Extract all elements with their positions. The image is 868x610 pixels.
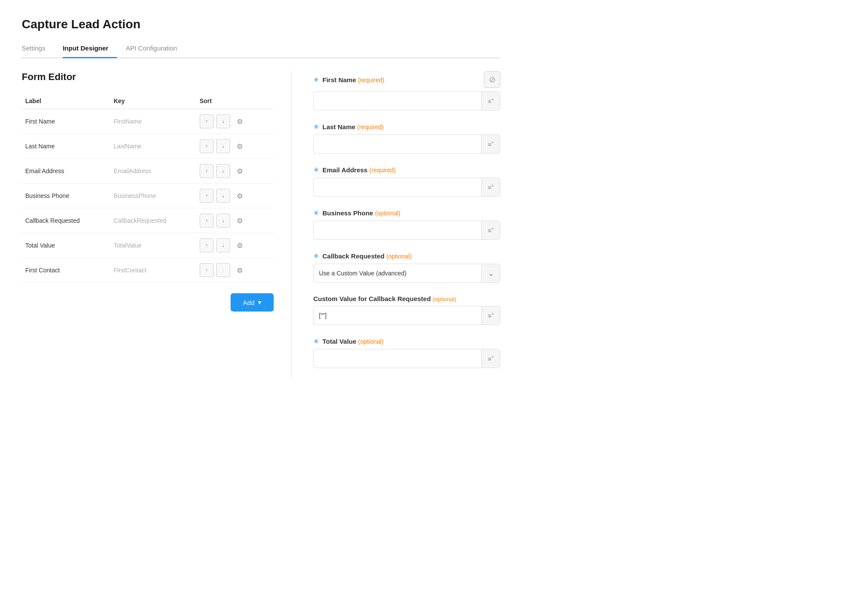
list-add-button[interactable]: ≡+ xyxy=(481,349,500,368)
field-key-cell: LastName xyxy=(110,134,196,159)
field-header: ✳Total Value (optional) xyxy=(313,337,500,345)
field-label-cell: Last Name xyxy=(22,134,110,159)
sort-up-button[interactable]: ↑ xyxy=(200,263,214,277)
field-key-cell: EmailAddress xyxy=(110,159,196,184)
settings-button[interactable]: ⚙ xyxy=(233,263,247,277)
sort-up-button[interactable]: ↑ xyxy=(200,114,214,128)
gear-icon: ⚙ xyxy=(237,192,243,200)
eye-toggle-button[interactable]: ⊘ xyxy=(484,71,500,88)
table-row: Callback RequestedCallbackRequested↑↓⚙ xyxy=(22,208,274,233)
sort-down-button[interactable]: ↓ xyxy=(216,114,230,128)
down-arrow-icon: ↓ xyxy=(222,218,225,224)
field-header-left: ✳First Name (required) xyxy=(313,76,384,84)
field-label-cell: First Name xyxy=(22,109,110,134)
preview-field-name: Email Address (required) xyxy=(322,166,396,174)
field-status: (required) xyxy=(369,167,396,174)
sort-up-button[interactable]: ↑ xyxy=(200,238,214,252)
sort-up-button[interactable]: ↑ xyxy=(200,139,214,153)
sort-up-button[interactable]: ↑ xyxy=(200,189,214,203)
sort-controls: ↑↓⚙ xyxy=(200,263,270,277)
field-sort-cell: ↑↓⚙ xyxy=(196,258,274,283)
field-status: (required) xyxy=(357,124,384,131)
sort-down-button[interactable]: ↓ xyxy=(216,164,230,178)
up-arrow-icon: ↑ xyxy=(205,242,208,248)
input-email-address[interactable] xyxy=(313,178,481,197)
tab-input-designer[interactable]: Input Designer xyxy=(63,40,117,58)
field-sort-cell: ↑↓⚙ xyxy=(196,184,274,208)
field-header: ✳Callback Requested (optional) xyxy=(313,252,500,260)
field-header: ✳Last Name (required) xyxy=(313,123,500,131)
field-header-left: ✳Last Name (required) xyxy=(313,123,384,131)
down-arrow-icon: ↓ xyxy=(222,168,225,174)
form-table: Label Key Sort First NameFirstName↑↓⚙Las… xyxy=(22,93,274,283)
input-business-phone[interactable] xyxy=(313,221,481,240)
field-key-cell: CallbackRequested xyxy=(110,208,196,233)
table-row: First NameFirstName↑↓⚙ xyxy=(22,109,274,134)
sort-down-button[interactable]: ↓ xyxy=(216,139,230,153)
add-button[interactable]: Add ▾ xyxy=(231,293,274,312)
sort-down-button[interactable]: ↓ xyxy=(216,263,230,277)
field-header-left: Custom Value for Callback Requested (opt… xyxy=(313,295,456,302)
field-input-row: ≡+ xyxy=(313,349,500,368)
field-key-cell: FirstName xyxy=(110,109,196,134)
sort-down-button[interactable]: ↓ xyxy=(216,189,230,203)
col-sort: Sort xyxy=(196,93,274,109)
field-key-cell: FirstContact xyxy=(110,258,196,283)
field-status: (optional) xyxy=(375,210,400,217)
gear-icon: ⚙ xyxy=(237,241,243,250)
select-arrow-button[interactable]: ⌄ xyxy=(481,264,500,283)
down-arrow-icon: ↓ xyxy=(222,193,225,199)
table-row: Email AddressEmailAddress↑↓⚙ xyxy=(22,159,274,184)
col-key: Key xyxy=(110,93,196,109)
gear-icon: ⚙ xyxy=(237,117,243,126)
sort-controls: ↑↓⚙ xyxy=(200,164,270,178)
settings-button[interactable]: ⚙ xyxy=(233,114,247,128)
field-key-cell: TotalValue xyxy=(110,233,196,258)
add-chevron-icon: ▾ xyxy=(258,298,261,306)
field-header: Custom Value for Callback Requested (opt… xyxy=(313,295,500,302)
sort-controls: ↑↓⚙ xyxy=(200,189,270,203)
settings-button[interactable]: ⚙ xyxy=(233,238,247,252)
list-add-button[interactable]: ≡+ xyxy=(481,306,500,325)
sort-controls: ↑↓⚙ xyxy=(200,139,270,153)
input-last-name[interactable] xyxy=(313,134,481,154)
field-header-left: ✳Callback Requested (optional) xyxy=(313,252,412,260)
input-total-value[interactable] xyxy=(313,349,481,368)
sort-down-button[interactable]: ↓ xyxy=(216,238,230,252)
input-custom-value-callback[interactable] xyxy=(313,306,481,325)
down-arrow-icon: ↓ xyxy=(222,143,225,149)
preview-field-name: Callback Requested (optional) xyxy=(322,252,412,260)
preview-field-callback-requested: ✳Callback Requested (optional)Use a Cust… xyxy=(313,252,500,283)
sort-down-button[interactable]: ↓ xyxy=(216,214,230,228)
list-add-button[interactable]: ≡+ xyxy=(481,91,500,111)
settings-button[interactable]: ⚙ xyxy=(233,164,247,178)
sort-up-button[interactable]: ↑ xyxy=(200,164,214,178)
settings-button[interactable]: ⚙ xyxy=(233,214,247,228)
settings-button[interactable]: ⚙ xyxy=(233,189,247,203)
sort-controls: ↑↓⚙ xyxy=(200,214,270,228)
settings-button[interactable]: ⚙ xyxy=(233,139,247,153)
up-arrow-icon: ↑ xyxy=(205,143,208,149)
up-arrow-icon: ↑ xyxy=(205,218,208,224)
input-first-name[interactable] xyxy=(313,91,481,111)
tab-api-configuration[interactable]: API Configuration xyxy=(126,40,186,58)
select-callback-requested[interactable]: Use a Custom Value (advanced) xyxy=(313,264,481,283)
sort-controls: ↑↓⚙ xyxy=(200,114,270,128)
tab-settings[interactable]: Settings xyxy=(22,40,54,58)
field-header: ✳Email Address (required) xyxy=(313,166,500,174)
field-status: (optional) xyxy=(358,338,383,345)
field-key: FirstName xyxy=(114,118,142,125)
sort-up-button[interactable]: ↑ xyxy=(200,214,214,228)
list-add-button[interactable]: ≡+ xyxy=(481,178,500,197)
field-sort-cell: ↑↓⚙ xyxy=(196,109,274,134)
field-key: EmailAddress xyxy=(114,168,151,174)
list-icon: ≡+ xyxy=(488,184,494,191)
list-icon: ≡+ xyxy=(488,355,494,362)
field-input-row: ≡+ xyxy=(313,178,500,197)
field-sort-cell: ↑↓⚙ xyxy=(196,134,274,159)
field-label: Business Phone xyxy=(25,192,69,199)
tabs-bar: Settings Input Designer API Configuratio… xyxy=(22,40,500,58)
field-header: ✳First Name (required)⊘ xyxy=(313,71,500,88)
list-add-button[interactable]: ≡+ xyxy=(481,134,500,154)
list-add-button[interactable]: ≡+ xyxy=(481,221,500,240)
